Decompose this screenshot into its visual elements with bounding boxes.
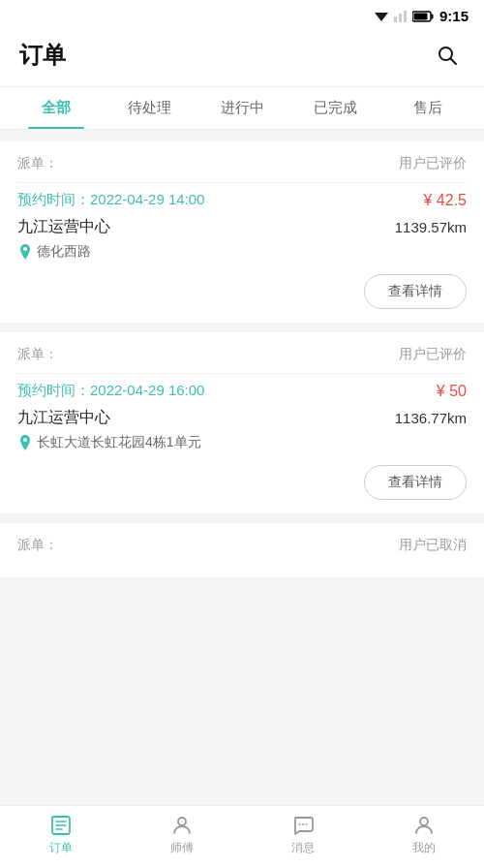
page-title: 订单 [19, 40, 66, 71]
order-name-row-2: 九江运营中心 1136.77km [17, 408, 467, 428]
order-price-1: ¥ 42.5 [424, 192, 467, 209]
order-name-2: 九江运营中心 [17, 408, 110, 428]
order-address-1: 德化西路 [37, 243, 91, 261]
order-header-1: 派单： 用户已评价 [17, 155, 467, 172]
svg-rect-3 [404, 11, 407, 22]
order-actions-1: 查看详情 [17, 274, 467, 309]
location-icon-2 [17, 435, 33, 450]
location-icon-1 [17, 244, 33, 260]
svg-rect-5 [431, 14, 433, 18]
svg-point-17 [298, 823, 300, 825]
tab-pending[interactable]: 待处理 [103, 87, 196, 129]
order-time-row-1: 预约时间：2022-04-29 14:00 ¥ 42.5 [17, 191, 467, 209]
order-name-row-1: 九江运营中心 1139.57km [17, 217, 467, 237]
signal-icon [393, 11, 408, 22]
order-name-1: 九江运营中心 [17, 217, 110, 237]
order-status-2: 用户已评价 [399, 346, 467, 363]
wifi-icon [374, 11, 389, 22]
order-label-3: 派单： [17, 537, 58, 554]
order-price-2: ¥ 50 [437, 383, 467, 400]
header: 订单 [0, 28, 484, 87]
order-address-row-2: 长虹大道长虹花园4栋1单元 [17, 434, 467, 451]
orders-list: 派单： 用户已评价 预约时间：2022-04-29 14:00 ¥ 42.5 九… [0, 130, 484, 666]
order-distance-2: 1136.77km [395, 410, 467, 426]
divider-1 [17, 182, 467, 183]
order-card-1: 派单： 用户已评价 预约时间：2022-04-29 14:00 ¥ 42.5 九… [0, 141, 484, 323]
person-icon [170, 814, 194, 837]
profile-icon [412, 814, 436, 837]
battery-icon [412, 11, 434, 22]
status-bar: 9:15 [0, 0, 484, 28]
tab-all[interactable]: 全部 [10, 87, 103, 129]
detail-button-2[interactable]: 查看详情 [364, 465, 467, 500]
svg-point-18 [302, 823, 304, 825]
nav-label-master: 师傅 [170, 840, 194, 856]
tabs-bar: 全部 待处理 进行中 已完成 售后 [0, 87, 484, 130]
svg-point-19 [305, 823, 307, 825]
nav-label-orders: 订单 [49, 840, 73, 856]
svg-point-20 [420, 818, 428, 825]
svg-marker-0 [375, 13, 388, 21]
order-label-1: 派单： [17, 155, 58, 172]
svg-rect-2 [399, 14, 402, 22]
svg-line-8 [451, 59, 457, 65]
tab-aftersale[interactable]: 售后 [381, 87, 474, 129]
svg-rect-6 [413, 13, 427, 19]
order-time-row-2: 预约时间：2022-04-29 16:00 ¥ 50 [17, 382, 467, 400]
order-label-2: 派单： [17, 346, 58, 363]
nav-item-messages[interactable]: 消息 [242, 814, 363, 856]
svg-point-10 [23, 247, 27, 251]
status-icons [374, 11, 434, 22]
order-time-2: 预约时间：2022-04-29 16:00 [17, 382, 204, 400]
order-header-2: 派单： 用户已评价 [17, 346, 467, 363]
order-distance-1: 1139.57km [395, 219, 467, 235]
detail-button-1[interactable]: 查看详情 [364, 274, 467, 309]
order-card-2: 派单： 用户已评价 预约时间：2022-04-29 16:00 ¥ 50 九江运… [0, 332, 484, 513]
nav-label-profile: 我的 [412, 840, 436, 856]
order-status-3: 用户已取消 [399, 537, 467, 554]
svg-point-11 [23, 438, 27, 442]
svg-rect-1 [394, 16, 397, 22]
order-header-3: 派单： 用户已取消 [17, 537, 467, 554]
bottom-nav: 订单 师傅 消息 我的 [0, 805, 484, 868]
chat-icon [291, 814, 315, 837]
tab-inprogress[interactable]: 进行中 [196, 87, 288, 129]
nav-item-master[interactable]: 师傅 [121, 814, 242, 856]
tab-completed[interactable]: 已完成 [288, 87, 381, 129]
status-time: 9:15 [439, 8, 469, 24]
search-icon [436, 44, 459, 67]
order-address-2: 长虹大道长虹花园4栋1单元 [37, 434, 201, 451]
search-button[interactable] [430, 38, 465, 73]
divider-2 [17, 373, 467, 374]
order-address-row-1: 德化西路 [17, 243, 467, 261]
nav-item-orders[interactable]: 订单 [0, 814, 121, 856]
order-card-3: 派单： 用户已取消 [0, 523, 484, 577]
order-actions-2: 查看详情 [17, 465, 467, 500]
nav-item-profile[interactable]: 我的 [363, 814, 484, 856]
svg-point-16 [178, 818, 186, 825]
order-time-1: 预约时间：2022-04-29 14:00 [17, 191, 204, 209]
nav-label-messages: 消息 [291, 840, 315, 856]
orders-icon [49, 814, 73, 837]
order-status-1: 用户已评价 [399, 155, 467, 172]
